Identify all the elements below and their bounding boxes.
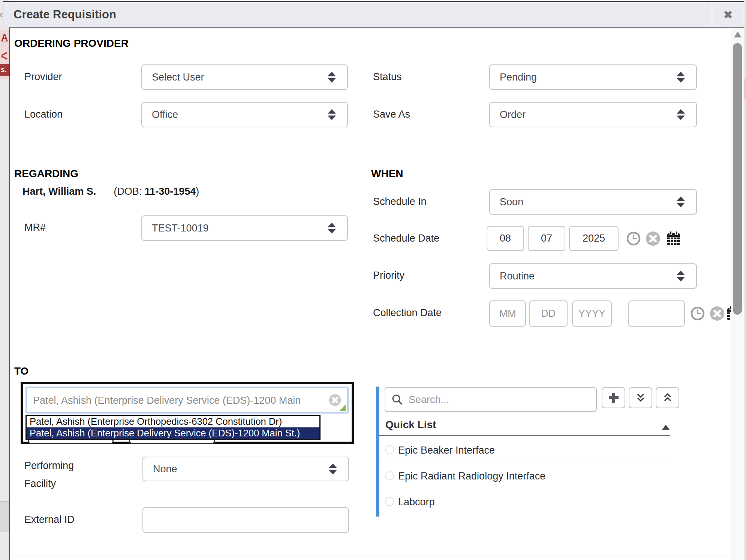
select-arrows-icon xyxy=(677,72,685,83)
add-recipient-button[interactable] xyxy=(602,387,625,408)
save-as-select-value: Order xyxy=(500,109,526,121)
select-arrows-icon xyxy=(329,464,337,475)
status-select[interactable]: Pending xyxy=(489,64,697,90)
quick-list-accent-bar xyxy=(376,387,379,517)
dob-value: 11-30-1954 xyxy=(145,186,196,197)
dialog-header: Create Requisition ✖ xyxy=(3,1,744,27)
scrollbar-up-arrow-icon[interactable] xyxy=(734,31,742,37)
expand-all-button[interactable] xyxy=(629,387,652,408)
quick-list-item-radio[interactable] xyxy=(385,497,394,506)
schedule-date-clear-icon[interactable] xyxy=(646,231,661,246)
background-text-fragment: s. xyxy=(0,64,9,76)
performing-facility-value: None xyxy=(153,463,177,475)
scrollbar-thumb[interactable] xyxy=(733,43,742,315)
to-heading: TO xyxy=(14,365,28,377)
chevron-double-up-icon xyxy=(662,392,674,404)
recipient-option-selected[interactable]: Patel, Ashish (Enterprise Delivery Servi… xyxy=(27,427,319,439)
collapse-all-button[interactable] xyxy=(656,387,679,408)
external-id-label: External ID xyxy=(24,514,75,526)
collection-date-label: Collection Date xyxy=(373,307,442,319)
quick-list-collapse-icon[interactable] xyxy=(662,425,670,430)
schedule-time-clock-icon[interactable] xyxy=(626,231,641,246)
priority-label: Priority xyxy=(373,270,404,281)
schedule-in-select[interactable]: Soon xyxy=(489,189,697,215)
patient-name: Hart, William S. xyxy=(22,186,96,197)
list-divider xyxy=(379,489,670,489)
quick-list-item[interactable]: Epic Beaker Interface xyxy=(398,445,495,456)
collection-month-input[interactable] xyxy=(489,300,526,327)
directory-search-box xyxy=(385,387,597,412)
ordering-provider-heading: ORDERING PROVIDER xyxy=(14,37,129,49)
provider-label: Provider xyxy=(24,71,62,83)
save-as-label: Save As xyxy=(373,109,410,120)
performing-facility-select[interactable]: None xyxy=(142,457,349,481)
background-text-fragment: A xyxy=(1,32,8,43)
recipient-combobox xyxy=(25,387,349,414)
quick-list-item-radio[interactable] xyxy=(385,471,394,480)
schedule-month-input[interactable] xyxy=(487,226,524,251)
recipient-option[interactable]: Patel, Ashish (Enterprise Orthopedics-63… xyxy=(27,416,319,427)
collection-time-clock-icon[interactable] xyxy=(690,306,705,321)
schedule-date-calendar-icon[interactable] xyxy=(666,230,681,246)
close-icon: ✖ xyxy=(723,8,733,21)
select-arrows-icon xyxy=(677,109,685,120)
vertical-scrollbar[interactable] xyxy=(731,28,744,560)
section-divider xyxy=(10,329,731,329)
schedule-day-input[interactable] xyxy=(528,226,565,251)
create-requisition-dialog: e A s. Create Requisition ✖ ORDERING PRO… xyxy=(0,0,746,560)
location-select[interactable]: Office xyxy=(141,102,348,127)
mr-select-value: TEST-10019 xyxy=(152,223,209,234)
dob-suffix: ) xyxy=(196,186,199,197)
regarding-heading: REGARDING xyxy=(14,168,78,180)
list-divider xyxy=(379,515,670,515)
quick-list-item-radio[interactable] xyxy=(385,445,394,454)
external-id-input[interactable] xyxy=(142,507,349,533)
priority-select-value: Routine xyxy=(500,270,535,282)
patient-line: Hart, William S. (DOB: 11-30-1954) xyxy=(22,186,199,197)
status-select-value: Pending xyxy=(500,72,537,83)
plus-icon xyxy=(607,391,620,404)
priority-select[interactable]: Routine xyxy=(489,263,697,289)
search-icon xyxy=(391,394,403,406)
performing-facility-label-line2: Facility xyxy=(24,478,56,490)
dob-prefix: (DOB: xyxy=(114,186,145,197)
directory-search-input[interactable] xyxy=(408,388,593,412)
resize-grip-icon[interactable] xyxy=(339,405,346,411)
list-divider xyxy=(379,463,670,463)
schedule-year-input[interactable] xyxy=(569,226,619,251)
quick-list-underline xyxy=(379,435,670,436)
select-arrows-icon xyxy=(677,271,685,282)
quick-list-item[interactable]: Epic Radiant Radiology Interface xyxy=(398,470,545,482)
recipient-input[interactable] xyxy=(32,388,311,413)
quick-list-item[interactable]: Labcorp xyxy=(398,496,435,508)
collection-time-input[interactable] xyxy=(628,300,685,327)
collection-day-input[interactable] xyxy=(529,300,568,327)
schedule-date-label: Schedule Date xyxy=(373,233,439,244)
chevron-double-down-icon xyxy=(635,392,647,404)
provider-select-value: Select User xyxy=(152,72,204,83)
background-fragment xyxy=(0,501,9,532)
close-button[interactable]: ✖ xyxy=(712,2,744,27)
select-arrows-icon xyxy=(677,197,685,208)
performing-facility-label: Performing xyxy=(24,460,74,472)
status-label: Status xyxy=(373,71,402,83)
mr-select[interactable]: TEST-10019 xyxy=(141,215,348,241)
mr-label: MR# xyxy=(24,222,46,233)
collection-date-clear-icon[interactable] xyxy=(710,306,725,321)
schedule-in-label: Schedule In xyxy=(373,196,427,208)
schedule-in-select-value: Soon xyxy=(500,196,523,208)
quick-list-heading: Quick List xyxy=(385,419,436,431)
dialog-title: Create Requisition xyxy=(13,8,116,21)
save-as-select[interactable]: Order xyxy=(489,102,697,127)
page-background-left-strip xyxy=(0,0,9,560)
section-divider xyxy=(10,152,731,152)
location-label: Location xyxy=(24,109,63,120)
select-arrows-icon xyxy=(328,223,336,234)
bottom-divider xyxy=(10,557,731,557)
when-heading: WHEN xyxy=(371,168,403,180)
provider-select[interactable]: Select User xyxy=(141,64,348,90)
background-fragment xyxy=(744,79,746,99)
location-select-value: Office xyxy=(152,109,178,121)
select-arrows-icon xyxy=(328,72,336,83)
collection-year-input[interactable] xyxy=(572,300,612,327)
